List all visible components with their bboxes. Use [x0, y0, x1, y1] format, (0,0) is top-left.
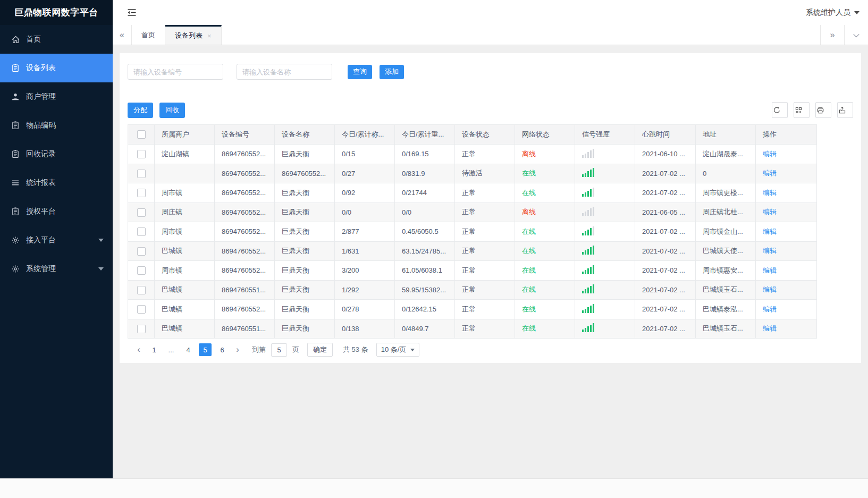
cell-signal — [575, 300, 635, 319]
horizontal-scrollbar[interactable] — [0, 478, 868, 498]
close-icon[interactable]: × — [207, 32, 212, 40]
sidebar-item-system-manage[interactable]: 系统管理 — [0, 255, 113, 283]
row-checkbox[interactable] — [137, 286, 146, 294]
table-row: 周市镇8694760552...巨鼎天衡3/20061.05/6038.1正常在… — [128, 261, 817, 281]
cell-device-name: 巨鼎天衡 — [275, 145, 335, 164]
cell-heartbeat: 2021-06-05 ... — [635, 202, 696, 222]
sidebar-item-label: 回收记录 — [26, 149, 56, 159]
jump-page-input[interactable] — [271, 343, 287, 357]
sidebar-toggle-icon[interactable] — [127, 9, 137, 16]
row-checkbox[interactable] — [137, 150, 146, 158]
add-button[interactable]: 添加 — [380, 65, 404, 79]
table-row: 巴城镇8694760551...巨鼎天衡0/1380/4849.7正常在线202… — [128, 319, 817, 339]
cell-device-status: 正常 — [455, 300, 515, 319]
signal-strength-icon — [582, 207, 594, 216]
cell-today-weight: 0/0 — [395, 202, 455, 222]
sidebar-menu: 首页设备列表商户管理物品编码回收记录统计报表授权平台接入平台系统管理 — [0, 25, 113, 283]
cell-today-weight: 0/21744 — [395, 183, 455, 203]
cell-address: 巴城镇玉石... — [696, 280, 756, 300]
row-checkbox[interactable] — [137, 227, 146, 236]
sidebar-item-device-list[interactable]: 设备列表 — [0, 54, 113, 82]
cell-today-weight: 0/169.15 — [395, 145, 455, 164]
assign-button[interactable]: 分配 — [128, 103, 153, 118]
cell-today-count: 1/292 — [335, 280, 395, 300]
cell-device-name: 巨鼎天衡 — [275, 319, 335, 339]
tabs-menu-button[interactable] — [844, 25, 868, 45]
tabs-scroll-left-button[interactable]: « — [113, 25, 132, 45]
next-page-button[interactable]: › — [231, 343, 245, 357]
cell-device-status: 正常 — [455, 145, 515, 164]
confirm-button[interactable]: 确定 — [307, 343, 333, 357]
row-checkbox[interactable] — [137, 266, 146, 275]
cell-merchant: 巴城镇 — [155, 241, 215, 261]
tabs-scroll-right-button[interactable]: » — [820, 25, 844, 45]
edit-link[interactable]: 编辑 — [763, 247, 777, 255]
row-checkbox[interactable] — [137, 305, 146, 314]
cell-device-name: 巨鼎天衡 — [275, 300, 335, 319]
user-menu[interactable]: 系统维护人员 — [806, 8, 859, 18]
cell-device-no: 8694760552... — [215, 183, 275, 203]
user-icon — [11, 92, 20, 102]
table-toolbar: 分配 回收 — [128, 102, 853, 118]
pagination: ‹ 1...456 › 到第 页 确定 共 53 条 10 条/页 — [128, 343, 853, 357]
edit-link[interactable]: 编辑 — [763, 266, 777, 274]
cell-device-no: 8694760552... — [215, 300, 275, 319]
cell-network-status: 离线 — [515, 202, 575, 222]
edit-link[interactable]: 编辑 — [763, 169, 777, 177]
query-button[interactable]: 查询 — [348, 65, 372, 79]
recycle-button[interactable]: 回收 — [159, 103, 185, 118]
print-button[interactable] — [815, 102, 831, 118]
signal-strength-icon — [582, 284, 594, 293]
sidebar-item-auth-platform[interactable]: 授权平台 — [0, 197, 113, 226]
select-all-checkbox[interactable] — [137, 130, 146, 139]
sidebar-item-home[interactable]: 首页 — [0, 25, 113, 54]
row-checkbox[interactable] — [137, 208, 146, 217]
page-button-6[interactable]: 6 — [216, 343, 229, 356]
edit-link[interactable]: 编辑 — [763, 208, 777, 216]
cell-device-name: 巨鼎天衡 — [275, 222, 335, 242]
sidebar-item-access-platform[interactable]: 接入平台 — [0, 226, 113, 255]
page-size-select[interactable]: 10 条/页 — [376, 343, 420, 357]
page-button-1[interactable]: 1 — [148, 343, 161, 356]
export-button[interactable] — [837, 102, 853, 118]
table-row: 周庄镇8694760552...巨鼎天衡0/00/0正常离线2021-06-05… — [128, 202, 817, 222]
sidebar-item-item-code[interactable]: 物品编码 — [0, 111, 113, 140]
row-checkbox[interactable] — [137, 170, 146, 178]
table-row: 巴城镇8694760552...巨鼎天衡1/63163.15/24785...正… — [128, 241, 817, 261]
cell-heartbeat: 2021-07-02 ... — [635, 300, 696, 319]
chevron-down-icon — [98, 267, 104, 271]
column-header: 设备编号 — [215, 125, 275, 145]
sidebar-item-label: 首页 — [26, 35, 41, 44]
page-button-4[interactable]: 4 — [182, 343, 195, 356]
prev-page-button[interactable]: ‹ — [132, 343, 146, 357]
refresh-button[interactable] — [772, 102, 788, 118]
edit-link[interactable]: 编辑 — [763, 227, 777, 235]
edit-link[interactable]: 编辑 — [763, 285, 777, 293]
column-header: 今日/累计称... — [335, 125, 395, 145]
cell-device-name: 巨鼎天衡 — [275, 202, 335, 222]
edit-link[interactable]: 编辑 — [763, 324, 777, 332]
sidebar-item-merchant-manage[interactable]: 商户管理 — [0, 82, 113, 111]
home-icon — [11, 35, 20, 44]
edit-link[interactable]: 编辑 — [763, 150, 777, 158]
page-button-5[interactable]: 5 — [199, 343, 212, 356]
device-no-input[interactable] — [128, 64, 223, 80]
cell-device-status: 正常 — [455, 280, 515, 300]
table-row: 周市镇8694760552...巨鼎天衡2/8770.45/6050.5正常在线… — [128, 222, 817, 242]
edit-link[interactable]: 编辑 — [763, 305, 777, 313]
tab-device-list[interactable]: 设备列表 × — [165, 25, 222, 45]
cell-device-status: 正常 — [455, 261, 515, 281]
columns-button[interactable] — [794, 102, 810, 118]
sidebar-item-recycle-record[interactable]: 回收记录 — [0, 140, 113, 168]
cell-merchant: 巴城镇 — [155, 319, 215, 339]
row-checkbox[interactable] — [137, 325, 146, 333]
table-row: 巴城镇8694760552...巨鼎天衡0/2780/12642.15正常在线2… — [128, 300, 817, 319]
cell-device-status: 正常 — [455, 319, 515, 339]
row-checkbox[interactable] — [137, 189, 146, 197]
sidebar-item-stats-report[interactable]: 统计报表 — [0, 168, 113, 197]
row-checkbox[interactable] — [137, 247, 146, 256]
tab-home[interactable]: 首页 — [132, 25, 165, 45]
caret-down-icon — [854, 11, 859, 14]
edit-link[interactable]: 编辑 — [763, 189, 777, 197]
device-name-input[interactable] — [237, 64, 332, 80]
